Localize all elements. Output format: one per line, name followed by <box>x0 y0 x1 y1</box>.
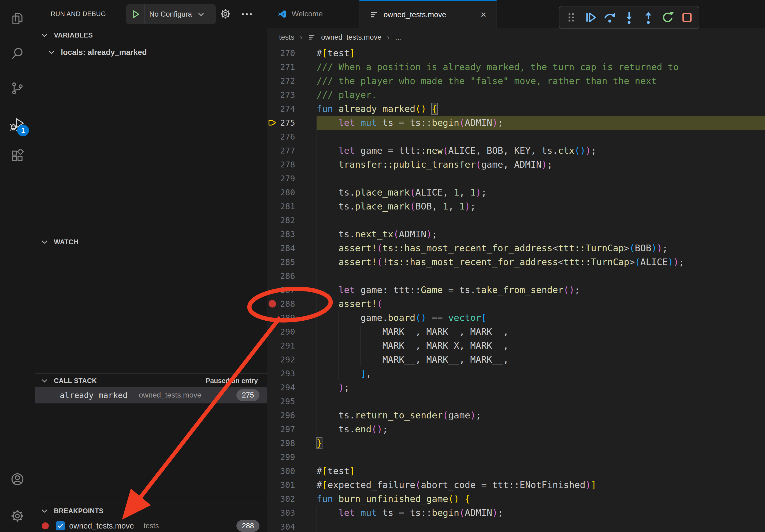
glyph-margin[interactable] <box>267 199 279 213</box>
more-actions-icon[interactable] <box>241 12 253 17</box>
code-line[interactable]: 290 MARK__, MARK__, MARK__, <box>267 325 765 339</box>
breakpoint-list-item[interactable]: owned_tests.move tests 288 <box>35 519 267 532</box>
code-line[interactable]: 302fun burn_unfinished_game() { <box>267 492 765 506</box>
search-icon[interactable] <box>0 40 35 68</box>
code-line[interactable]: 288 assert!( <box>267 297 765 311</box>
glyph-margin[interactable] <box>267 269 279 283</box>
continue-icon[interactable] <box>583 10 598 25</box>
stop-icon[interactable] <box>679 10 694 25</box>
code-line[interactable]: 277 let game = ttt::new(ALICE, BOB, KEY,… <box>267 143 765 157</box>
step-out-icon[interactable] <box>641 10 656 25</box>
glyph-margin[interactable] <box>267 367 279 381</box>
code-line[interactable]: 297 ts.end(); <box>267 422 765 436</box>
glyph-margin[interactable] <box>267 130 279 143</box>
extensions-icon[interactable] <box>0 142 35 170</box>
glyph-margin[interactable] <box>267 450 279 464</box>
glyph-margin[interactable] <box>267 464 279 478</box>
run-and-debug-icon[interactable]: 1 <box>0 111 35 138</box>
code-line[interactable]: 279 <box>267 171 765 185</box>
variables-scope-locals[interactable]: locals: already_marked <box>35 45 267 60</box>
glyph-margin[interactable] <box>267 102 279 116</box>
code-line[interactable]: 284 assert!(ts::has_most_recent_for_addr… <box>267 241 765 255</box>
glyph-margin[interactable] <box>267 213 279 227</box>
glyph-margin[interactable] <box>267 325 279 339</box>
step-into-icon[interactable] <box>622 10 637 25</box>
glyph-margin[interactable] <box>267 185 279 199</box>
tab-welcome[interactable]: Welcome <box>267 0 360 28</box>
glyph-margin[interactable] <box>267 478 279 492</box>
account-icon[interactable] <box>0 465 35 493</box>
tab-owned-tests-move[interactable]: owned_tests.move × <box>360 0 497 28</box>
code-line[interactable]: 286 <box>267 269 765 283</box>
code-line[interactable]: 278 transfer::public_transfer(game, ADMI… <box>267 157 765 171</box>
explorer-icon[interactable] <box>0 5 35 33</box>
glyph-margin[interactable] <box>267 492 279 506</box>
glyph-margin[interactable] <box>267 311 279 325</box>
code-line[interactable]: 291 MARK__, MARK_X, MARK__, <box>267 339 765 353</box>
glyph-margin[interactable] <box>267 381 279 394</box>
glyph-margin[interactable] <box>267 422 279 436</box>
glyph-margin[interactable] <box>267 241 279 255</box>
code-line[interactable]: 270#[test] <box>267 46 765 60</box>
code-line[interactable]: 299 <box>267 450 765 464</box>
glyph-margin[interactable] <box>267 227 279 241</box>
glyph-margin[interactable] <box>267 408 279 422</box>
current-frame-arrow-icon[interactable] <box>267 116 279 130</box>
code-line[interactable]: 282 <box>267 213 765 227</box>
glyph-margin[interactable] <box>267 353 279 367</box>
code-line[interactable]: 292 MARK__, MARK__, MARK__, <box>267 353 765 367</box>
glyph-margin[interactable] <box>267 394 279 408</box>
glyph-margin[interactable] <box>267 339 279 353</box>
code-line[interactable]: 280 ts.place_mark(ALICE, 1, 1); <box>267 185 765 199</box>
close-icon[interactable]: × <box>480 9 486 20</box>
breakpoint-checkbox[interactable] <box>56 521 65 530</box>
glyph-margin[interactable] <box>267 283 279 297</box>
glyph-margin[interactable] <box>267 255 279 269</box>
breakpoint-dot[interactable] <box>267 297 279 311</box>
call-stack-section-header[interactable]: CALL STACK Paused on entry <box>35 375 267 387</box>
glyph-margin[interactable] <box>267 60 279 74</box>
code-line[interactable]: 303 let mut ts = ts::begin(ADMIN); <box>267 506 765 520</box>
code-line[interactable]: 275 let mut ts = ts::begin(ADMIN); <box>267 116 765 130</box>
drag-handle-icon[interactable] <box>564 10 579 25</box>
glyph-margin[interactable] <box>267 46 279 60</box>
glyph-margin[interactable] <box>267 88 279 102</box>
watch-section-header[interactable]: WATCH <box>35 236 267 248</box>
glyph-margin[interactable] <box>267 171 279 185</box>
call-stack-frame[interactable]: already_marked owned_tests.move 275 <box>35 387 267 403</box>
breadcrumb-item-tests[interactable]: tests <box>279 33 294 42</box>
code-line[interactable]: 294 ); <box>267 381 765 394</box>
glyph-margin[interactable] <box>267 157 279 171</box>
code-line[interactable]: 276 <box>267 130 765 143</box>
glyph-margin[interactable] <box>267 143 279 157</box>
code-line[interactable]: 295 <box>267 394 765 408</box>
code-line[interactable]: 287 let game: ttt::Game = ts.take_from_s… <box>267 283 765 297</box>
code-line[interactable]: 300#[test] <box>267 464 765 478</box>
code-line[interactable]: 273/// player. <box>267 88 765 102</box>
code-line[interactable]: 304 <box>267 520 765 532</box>
code-line[interactable]: 289 game.board() == vector[ <box>267 311 765 325</box>
code-line[interactable]: 274fun already_marked() { <box>267 102 765 116</box>
breadcrumb-item-symbol[interactable]: … <box>395 33 402 42</box>
glyph-margin[interactable] <box>267 436 279 450</box>
code-line[interactable]: 296 ts.return_to_sender(game); <box>267 408 765 422</box>
debug-settings-gear-icon[interactable] <box>220 8 231 20</box>
restart-icon[interactable] <box>660 10 675 25</box>
source-control-icon[interactable] <box>0 75 35 102</box>
breadcrumb-item-file[interactable]: owned_tests.move <box>321 33 382 42</box>
code-line[interactable]: 285 assert!(!ts::has_most_recent_for_add… <box>267 255 765 269</box>
code-line[interactable]: 271/// When a position is already marked… <box>267 60 765 74</box>
code-line[interactable]: 272/// the player who made the "false" m… <box>267 74 765 88</box>
code-line[interactable]: 293 ], <box>267 367 765 381</box>
glyph-margin[interactable] <box>267 74 279 88</box>
variables-section-header[interactable]: VARIABLES <box>35 29 267 41</box>
glyph-margin[interactable] <box>267 520 279 532</box>
launch-config-dropdown[interactable]: No Configura <box>126 4 216 24</box>
code-line[interactable]: 301#[expected_failure(abort_code = ttt::… <box>267 478 765 492</box>
code-line[interactable]: 281 ts.place_mark(BOB, 1, 1); <box>267 199 765 213</box>
glyph-margin[interactable] <box>267 506 279 520</box>
step-over-icon[interactable] <box>602 10 617 25</box>
breakpoints-section-header[interactable]: BREAKPOINTS <box>35 505 267 517</box>
settings-gear-icon[interactable] <box>0 502 35 530</box>
code-line[interactable]: 283 ts.next_tx(ADMIN); <box>267 227 765 241</box>
